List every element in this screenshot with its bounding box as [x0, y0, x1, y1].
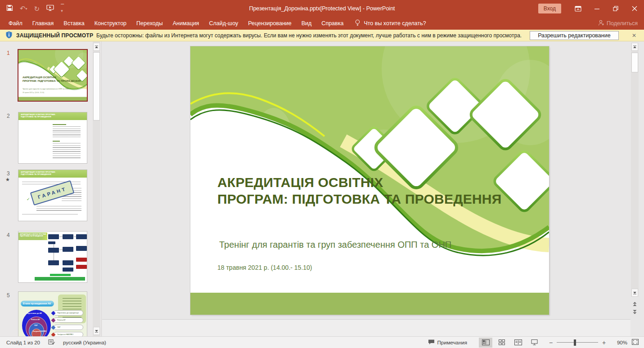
tab-file[interactable]: Файл — [4, 17, 27, 30]
thumbnail-scrollbar[interactable] — [93, 41, 100, 336]
tab-slideshow[interactable]: Слайд-шоу — [204, 17, 243, 30]
zoom-slider[interactable] — [557, 338, 598, 348]
animation-star-icon: ★ — [5, 177, 10, 183]
tell-me-box[interactable]: Что вы хотите сделать? — [355, 19, 426, 28]
previous-slide-icon[interactable] — [631, 300, 639, 308]
normal-view-button[interactable] — [479, 338, 492, 348]
slide-thumbnail-5[interactable]: Етапи провадження АК Підготовка до АК Ро… — [18, 291, 87, 336]
tab-design[interactable]: Конструктор — [90, 17, 131, 30]
thumb5-list-item: ГЕР — [54, 325, 83, 330]
main-scrollbar[interactable] — [631, 43, 639, 297]
lightbulb-icon — [355, 19, 360, 28]
protected-view-label: ЗАЩИЩЕННЫЙ ПРОСМОТР — [16, 32, 93, 39]
check-icon: ✓ — [27, 197, 30, 201]
notes-label: Примечания — [437, 340, 467, 345]
minimize-button[interactable] — [587, 0, 606, 17]
window-title: Презентація_Дороніна.pptx[Protected View… — [135, 0, 509, 17]
ribbon-tab-bar: Файл Главная Вставка Конструктор Переход… — [0, 17, 644, 30]
circle-label: Засідання НАЗЯВО — [33, 330, 46, 332]
flowchart-bar-green — [35, 277, 85, 281]
zoom-percentage[interactable]: 90% — [611, 340, 627, 345]
quick-access-toolbar: ↶▾ ↻ ▔▾ — [6, 0, 64, 17]
spell-check-icon[interactable] — [48, 339, 55, 346]
protected-view-message: Будьте осторожны: файлы из Интернета мог… — [96, 32, 522, 39]
thumbnail-scrollbar-thumb[interactable] — [93, 52, 100, 120]
diamond-bullet — [51, 318, 56, 323]
redo-icon[interactable]: ↻ — [34, 5, 40, 12]
slide-subtitle: Тренінг для гарантів та груп забезпеченн… — [219, 240, 451, 250]
enable-editing-button[interactable]: Разрешить редактирование — [530, 31, 618, 40]
scroll-up-icon[interactable] — [631, 43, 638, 51]
tab-review[interactable]: Рецензирование — [243, 17, 297, 30]
next-slide-icon[interactable] — [631, 308, 639, 316]
flowchart-box — [48, 234, 59, 239]
ribbon-display-options-icon[interactable] — [568, 0, 587, 17]
restore-button[interactable] — [606, 0, 625, 17]
slide-number: 5 — [7, 292, 10, 299]
slide-number: 1 — [7, 50, 10, 56]
slide-date: 18 травня 2021 р. (14.00.- 15.10) — [217, 264, 312, 271]
text-placeholder-heading — [53, 141, 60, 142]
thumb2-header-band: АКРЕДИТАЦІЯ ОСВІТНІХ ПРОГРАМ: ПІДГОТОВКА… — [18, 112, 87, 120]
slide-thumbnail-3[interactable]: АКРЕДИТАЦІЯ ОСВІТНІХ ПРОГРАМ: ПІДГОТОВКА… — [18, 170, 87, 221]
tab-home[interactable]: Главная — [27, 17, 59, 30]
thumb5-circle-inner — [32, 329, 41, 336]
flowchart-box — [63, 234, 73, 239]
title-bar: ↶▾ ↻ ▔▾ Презентація_Дороніна.pptx[Protec… — [0, 0, 644, 17]
close-button[interactable] — [625, 0, 644, 17]
circle-label: Підготовка до АК — [27, 312, 42, 314]
start-slideshow-icon[interactable] — [46, 4, 54, 13]
share-label: Поделиться — [607, 20, 638, 27]
slide-thumbnail-4[interactable]: АКРЕДИТАЦІЯ ОСВІТНІХ ПРОГРАМ: ПІДГОТОВКА… — [18, 231, 87, 283]
slide-number: 4 — [7, 232, 10, 238]
scroll-down-icon[interactable] — [631, 289, 638, 297]
status-bar: Слайд 1 из 20 русский (Украина) Примечан… — [0, 336, 644, 348]
zoom-out-button[interactable]: − — [547, 339, 554, 346]
text-placeholder-heading — [53, 124, 66, 125]
tab-transitions[interactable]: Переходы — [131, 17, 168, 30]
tab-insert[interactable]: Вставка — [59, 17, 89, 30]
thumb5-stages-pill: Етапи провадження АК — [21, 301, 54, 307]
customize-qat-icon[interactable]: ▔▾ — [61, 4, 64, 13]
thumb1-title: АКРЕДИТАЦІЯ ОСВІТНІХ ПРОГРАМ: ПІДГОТОВКА… — [23, 76, 81, 82]
tab-view[interactable]: Вид — [297, 17, 317, 30]
slide-editing-area: АКРЕДИТАЦІЯ ОСВІТНІХ ПРОГРАМ: ПІДГОТОВКА… — [102, 41, 644, 336]
thumb3-header-band: АКРЕДИТАЦІЯ ОСВІТНІХ ПРОГРАМ: ПІДГОТОВКА… — [18, 170, 87, 178]
close-message-bar-icon[interactable]: ✕ — [630, 32, 638, 39]
flowchart-connector — [54, 244, 54, 248]
scroll-up-icon[interactable] — [93, 43, 100, 51]
slideshow-view-button[interactable] — [527, 338, 541, 348]
undo-icon[interactable]: ↶▾ — [20, 5, 27, 12]
save-icon[interactable] — [6, 4, 13, 13]
slide-thumbnail-2[interactable]: АКРЕДИТАЦІЯ ОСВІТНІХ ПРОГРАМ: ПІДГОТОВКА… — [18, 112, 87, 164]
tab-animations[interactable]: Анимация — [168, 17, 204, 30]
slide-sorter-view-button[interactable] — [495, 338, 509, 348]
zoom-slider-thumb[interactable] — [574, 339, 576, 346]
tab-help[interactable]: Справка — [316, 17, 348, 30]
diamond-bullet — [51, 311, 56, 316]
text-placeholder-lines — [22, 214, 78, 216]
thumb1-subtitle: Тренінг для гарантів та груп забезпеченн… — [23, 88, 69, 90]
language-indicator[interactable]: русский (Украина) — [63, 340, 106, 345]
slide-thumbnail-1[interactable]: АКРЕДИТАЦІЯ ОСВІТНІХ ПРОГРАМ: ПІДГОТОВКА… — [18, 49, 88, 102]
protected-view-bar: ЗАЩИЩЕННЫЙ ПРОСМОТР Будьте осторожны: фа… — [0, 30, 644, 41]
shield-icon — [5, 31, 13, 40]
flowchart-connector — [54, 253, 54, 260]
thumb5-list-item: Засідання НАЗЯВО — [54, 332, 83, 336]
slide-title: АКРЕДИТАЦІЯ ОСВІТНІХ ПРОГРАМ: ПІДГОТОВКА… — [217, 174, 501, 207]
sign-in-button[interactable]: Вход — [538, 4, 561, 13]
circle-label: Робота ЕГ — [31, 318, 40, 321]
share-button[interactable]: Поделиться — [598, 20, 638, 27]
flowchart-box — [63, 260, 73, 265]
slide-counter[interactable]: Слайд 1 из 20 — [6, 340, 40, 345]
main-scrollbar-thumb[interactable] — [631, 53, 638, 72]
slide-number: 3 — [7, 170, 10, 177]
diamond-bullet — [51, 326, 56, 330]
zoom-in-button[interactable]: + — [600, 339, 608, 346]
reading-view-button[interactable] — [511, 338, 525, 348]
notes-toggle[interactable]: Примечания — [428, 339, 467, 346]
fit-slide-to-window-icon[interactable] — [632, 339, 639, 346]
thumb3-header: АКРЕДИТАЦІЯ ОСВІТНІХ ПРОГРАМ: ПІДГОТОВКА… — [21, 171, 55, 175]
flowchart-connector — [59, 236, 63, 237]
scroll-down-icon[interactable] — [93, 327, 100, 335]
